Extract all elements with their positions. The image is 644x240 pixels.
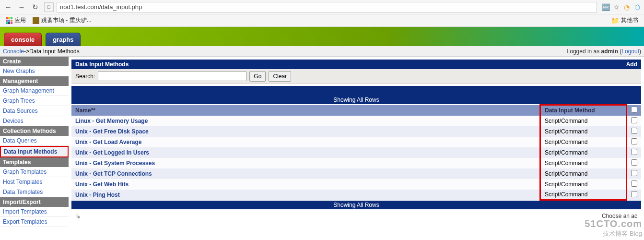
breadcrumb-sep: -> — [24, 48, 29, 55]
tab-console[interactable]: console — [4, 33, 42, 46]
reload-button[interactable]: ↻ — [29, 1, 41, 13]
panel-header: Data Input Methods Add — [71, 60, 641, 69]
add-link[interactable]: Add — [626, 61, 637, 68]
main-layout: CreateNew GraphsManagementGraph Manageme… — [0, 57, 644, 227]
sidebar-item[interactable]: New Graphs — [0, 66, 69, 76]
folder-icon: 📁 — [611, 17, 619, 24]
row-method: Script/Command — [540, 147, 627, 158]
row-name-link[interactable]: Unix - Get TCP Connections — [75, 170, 152, 177]
ext1-icon[interactable]: ◔ — [622, 2, 632, 12]
browser-toolbar: ← → ↻ 🗋 nod1.test.com/data_input.php 🔤 ☆… — [0, 0, 644, 14]
table-row: Unix - Get TCP ConnectionsScript/Command — [71, 168, 641, 179]
sidebar-item[interactable]: Import Templates — [0, 207, 69, 217]
sidebar: CreateNew GraphsManagementGraph Manageme… — [0, 57, 69, 227]
sidebar-item[interactable]: Data Sources — [0, 106, 69, 116]
breadcrumb-console-link[interactable]: Console — [3, 48, 24, 55]
bookmark-star-icon[interactable]: ☆ — [611, 2, 621, 12]
sidebar-item[interactable]: Export Templates — [0, 217, 69, 227]
breadcrumb-current: Data Input Methods — [29, 48, 80, 55]
row-checkbox[interactable] — [631, 170, 637, 176]
login-info: Logged in as admin (Logout) — [567, 48, 641, 55]
row-method: Script/Command — [540, 158, 627, 168]
sidebar-heading: Templates — [0, 157, 69, 167]
apps-shortcut[interactable]: 应用 — [4, 15, 28, 25]
table-row: Linux - Get Memory UsageScript/Command — [71, 116, 641, 126]
row-name-link[interactable]: Unix - Get Free Disk Space — [75, 128, 149, 135]
sidebar-item[interactable]: Data Input Methods — [0, 146, 69, 157]
apps-label: 应用 — [14, 16, 26, 24]
col-select-all[interactable] — [627, 105, 642, 116]
site-icon: 🗋 — [44, 2, 54, 12]
table-row: Unix - Get System ProcessesScript/Comman… — [71, 158, 641, 168]
login-prefix: Logged in as — [567, 48, 601, 55]
translate-icon[interactable]: 🔤 — [601, 2, 610, 12]
sidebar-item[interactable]: Data Queries — [0, 136, 69, 146]
table-row: Unix - Get Free Disk SpaceScript/Command — [71, 126, 641, 137]
app-banner: console graphs — [0, 27, 644, 46]
select-all-checkbox[interactable] — [631, 107, 637, 113]
address-bar[interactable]: nod1.test.com/data_input.php — [57, 2, 597, 12]
row-method: Script/Command — [540, 126, 627, 137]
sidebar-item[interactable]: Graph Templates — [0, 167, 69, 177]
panel-title: Data Input Methods — [75, 61, 129, 68]
sidebar-item[interactable]: Graph Trees — [0, 96, 69, 106]
search-row: Search: Go Clear — [71, 69, 641, 84]
sidebar-heading: Management — [0, 76, 69, 86]
apps-grid-icon — [6, 17, 12, 24]
table-row: Unix - Get Web HitsScript/Command — [71, 179, 641, 190]
row-name-link[interactable]: Unix - Get Load Average — [75, 139, 141, 145]
bookmarks-bar: 应用 跳蚤市场 - 重庆驴... 📁 其他书 — [0, 14, 644, 27]
tab-graphs[interactable]: graphs — [46, 33, 81, 46]
showing-bottom: Showing All Rows — [71, 201, 641, 209]
row-name-link[interactable]: Unix - Get System Processes — [75, 160, 155, 167]
row-method: Script/Command — [540, 137, 627, 147]
other-bookmarks-label: 其他书 — [621, 16, 638, 24]
sidebar-heading: Import/Export — [0, 197, 69, 207]
bookmark-favicon-icon — [33, 17, 39, 24]
go-button[interactable]: Go — [249, 71, 266, 82]
watermark-line2: 技术博客 Blog — [585, 229, 642, 238]
logout-link[interactable]: Logout — [621, 48, 639, 55]
other-bookmarks[interactable]: 📁 其他书 — [609, 15, 640, 25]
row-name-link[interactable]: Unix - Ping Host — [75, 192, 120, 198]
footer-action-text: Choose an ac — [602, 213, 637, 219]
col-method[interactable]: Data Input Method — [540, 105, 627, 116]
row-name-link[interactable]: Unix - Get Web Hits — [75, 181, 129, 188]
data-table: Name** Data Input Method Linux - Get Mem… — [71, 104, 641, 201]
forward-button[interactable]: → — [15, 1, 28, 13]
sidebar-heading: Create — [0, 57, 69, 66]
row-checkbox[interactable] — [631, 138, 637, 144]
row-name-link[interactable]: Linux - Get Memory Usage — [75, 118, 148, 124]
row-checkbox[interactable] — [631, 191, 637, 197]
sidebar-item[interactable]: Host Templates — [0, 177, 69, 187]
bookmark-label: 跳蚤市场 - 重庆驴... — [41, 16, 92, 24]
back-button[interactable]: ← — [2, 1, 14, 13]
sidebar-item[interactable]: Devices — [0, 116, 69, 126]
row-checkbox[interactable] — [631, 180, 637, 187]
row-method: Script/Command — [540, 179, 627, 190]
row-checkbox[interactable] — [631, 159, 637, 166]
row-checkbox[interactable] — [631, 128, 637, 134]
row-method: Script/Command — [540, 190, 627, 200]
table-row: Unix - Ping HostScript/Command — [71, 190, 641, 200]
row-name-link[interactable]: Unix - Get Logged In Users — [75, 149, 149, 156]
bookmark-flea-market[interactable]: 跳蚤市场 - 重庆驴... — [31, 15, 94, 25]
row-method: Script/Command — [540, 116, 627, 126]
sidebar-item[interactable]: Graph Management — [0, 86, 69, 96]
breadcrumb-bar: Console -> Data Input Methods Logged in … — [0, 46, 644, 57]
search-input[interactable] — [98, 72, 246, 81]
table-row: Unix - Get Logged In UsersScript/Command — [71, 147, 641, 158]
footer-row: ↳ Choose an ac — [71, 209, 641, 223]
content: Data Input Methods Add Search: Go Clear … — [69, 57, 644, 227]
ext2-icon[interactable]: ⬡ — [632, 2, 642, 12]
col-name[interactable]: Name** — [71, 105, 540, 116]
row-checkbox[interactable] — [631, 149, 637, 155]
search-label: Search: — [75, 73, 95, 80]
clear-button[interactable]: Clear — [269, 71, 291, 82]
sidebar-heading: Collection Methods — [0, 126, 69, 136]
login-user: admin — [601, 48, 618, 55]
table-row: Unix - Get Load AverageScript/Command — [71, 137, 641, 147]
row-method: Script/Command — [540, 168, 627, 179]
row-checkbox[interactable] — [631, 117, 637, 123]
sidebar-item[interactable]: Data Templates — [0, 187, 69, 197]
